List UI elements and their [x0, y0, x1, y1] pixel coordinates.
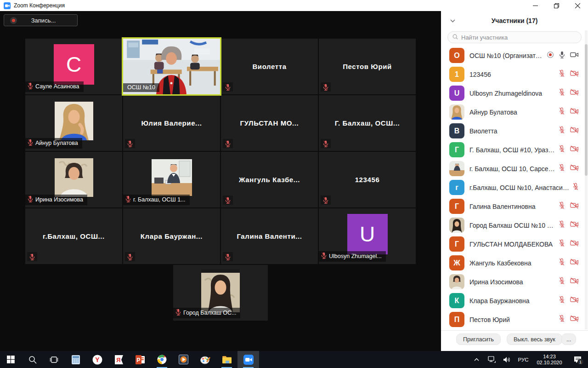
participant-row[interactable]: П Пестов Юрий: [441, 310, 584, 329]
avatar-photo: [449, 161, 464, 176]
video-tile[interactable]: Юлия Валерие...: [123, 95, 220, 151]
mic-muted-icon: [559, 220, 565, 230]
participant-row[interactable]: г г.Балхаш, ОСШ №10, Анастасия К...: [441, 178, 584, 197]
close-button[interactable]: [567, 0, 588, 11]
participant-name: Пестов Юрий: [469, 316, 556, 323]
tile-name: 123456: [319, 152, 416, 207]
profile-photo: [55, 158, 93, 197]
tile-name: Жангуль Казбе...: [221, 152, 318, 207]
scrollbar-track[interactable]: [585, 30, 588, 329]
participant-name: Клара Бауржановна: [469, 297, 556, 305]
file-explorer-icon[interactable]: [216, 351, 237, 368]
camera-off-icon: [570, 89, 579, 98]
mic-muted-icon: [559, 88, 565, 98]
mic-muted-icon: [559, 145, 565, 155]
zoom-taskbar-icon[interactable]: [237, 351, 259, 368]
more-options-button[interactable]: ...: [561, 334, 576, 345]
participant-row[interactable]: Ирина Изосимова: [441, 272, 584, 291]
video-tile-active-speaker[interactable]: ОСШ №10: [123, 39, 220, 94]
avatar: U: [449, 86, 464, 101]
scrollbar-thumb[interactable]: [585, 44, 588, 176]
minimize-button[interactable]: [525, 0, 546, 11]
clock[interactable]: 14:23 02.10.2020: [532, 351, 567, 368]
mute-all-button[interactable]: Выкл. весь звук: [507, 334, 562, 345]
video-tile[interactable]: Виолетта: [221, 39, 318, 94]
restore-button[interactable]: [546, 0, 567, 11]
video-tile[interactable]: г. Балхаш, ОСШ 1...: [123, 152, 220, 207]
video-tile[interactable]: Жангуль Казбе...: [221, 152, 318, 207]
invite-button[interactable]: Пригласить: [456, 334, 501, 345]
participant-row[interactable]: г. Балхаш, ОСШ 10, Сарсембек...: [441, 159, 584, 178]
video-tile[interactable]: Галина Валенти...: [221, 208, 318, 264]
camera-off-icon: [570, 240, 579, 248]
participant-row[interactable]: Г Галина Валентиновна: [441, 197, 584, 216]
mic-muted-icon: [321, 139, 331, 148]
video-tile[interactable]: Клара Бауржан...: [123, 208, 220, 264]
video-tile[interactable]: Пестов Юрий: [319, 39, 416, 94]
mic-muted-icon: [28, 139, 33, 147]
avatar: Г: [449, 199, 464, 214]
video-tile[interactable]: г.Балхаш, ОСШ...: [25, 208, 122, 264]
calculator-icon[interactable]: [65, 351, 86, 368]
participant-row[interactable]: Город Балхаш ОСШ №10 Кай...: [441, 216, 584, 235]
task-view-icon[interactable]: [43, 351, 65, 368]
participant-name: г.Балхаш, ОСШ №10, Анастасия К...: [469, 184, 570, 191]
video-tile[interactable]: U Ulbosyn Zhumagel...: [319, 208, 416, 264]
video-tile[interactable]: ГУЛЬСТАН МО...: [221, 95, 318, 151]
tile-name: г.Балхаш, ОСШ...: [25, 208, 122, 264]
paint-icon[interactable]: [194, 351, 216, 368]
participant-row[interactable]: Айнур Булатова: [441, 103, 584, 121]
taskbar-search-icon[interactable]: [22, 351, 43, 368]
avatar-photo: [449, 104, 464, 120]
participant-name: Виолетта: [469, 127, 556, 135]
network-icon[interactable]: [484, 351, 499, 368]
profile-photo: [152, 159, 192, 196]
tile-name: г. Балхаш, ОСШ 1...: [133, 196, 186, 203]
participant-row[interactable]: Г Г. Балхаш, ОСШ #10, Уразбеко...: [441, 140, 584, 159]
participant-row[interactable]: 1 123456: [441, 65, 584, 84]
yandex-icon[interactable]: Я: [108, 351, 130, 368]
yandex-browser-icon[interactable]: Y: [86, 351, 108, 368]
action-center-icon[interactable]: 1: [567, 351, 588, 368]
participant-row[interactable]: К Клара Бауржановна: [441, 291, 584, 310]
windows-taskbar: Y Я P: [0, 351, 588, 368]
participant-name: Жангуль Казбековна: [469, 259, 556, 267]
language-indicator[interactable]: РУС: [514, 351, 532, 368]
avatar-photo: [449, 274, 464, 289]
camera-off-icon: [570, 277, 579, 286]
participant-row[interactable]: O ОСШ №10 (Организатор, я): [441, 46, 584, 65]
mic-muted-icon: [175, 309, 181, 317]
chevron-down-icon[interactable]: [448, 17, 457, 25]
participant-row[interactable]: В Виолетта: [441, 121, 584, 140]
video-tile[interactable]: Ирина Изосимова: [25, 152, 122, 207]
tray-chevron-up-icon[interactable]: [469, 351, 484, 368]
volume-icon[interactable]: [499, 351, 514, 368]
record-dot-icon: [10, 17, 17, 24]
camera-off-icon: [570, 259, 579, 267]
video-tile[interactable]: Г. Балхаш, ОСШ...: [319, 95, 416, 151]
start-button[interactable]: [0, 351, 22, 368]
media-player-icon[interactable]: [173, 351, 194, 368]
chrome-icon[interactable]: [151, 351, 173, 368]
recording-indicator[interactable]: Запись...: [4, 14, 78, 26]
participant-row[interactable]: Ж Жангуль Казбековна: [441, 253, 584, 272]
avatar: 1: [449, 67, 464, 82]
mic-muted-icon: [28, 82, 33, 91]
mic-muted-icon: [223, 139, 233, 148]
video-tile[interactable]: C Сауле Асаинова: [25, 39, 122, 94]
tile-name: Юлия Валерие...: [123, 95, 220, 151]
camera-off-icon: [570, 315, 579, 324]
participant-row[interactable]: U Ulbosyn Zhumageldinova: [441, 84, 584, 103]
powerpoint-icon[interactable]: P: [130, 351, 151, 368]
participant-row[interactable]: Г ГУЛЬСТАН МОЛДАБЕКОВА: [441, 235, 584, 253]
video-tile[interactable]: Айнур Булатова: [25, 95, 122, 151]
recording-label: Запись...: [17, 17, 77, 24]
video-tile[interactable]: Город Балхаш ОС...: [173, 265, 268, 321]
search-box[interactable]: [447, 31, 582, 43]
search-input[interactable]: [461, 34, 577, 41]
camera-off-icon: [570, 202, 579, 211]
mic-muted-icon: [321, 196, 331, 205]
video-tile[interactable]: 123456: [319, 152, 416, 207]
mic-muted-icon: [559, 69, 565, 79]
tile-name: Галина Валенти...: [221, 208, 318, 264]
